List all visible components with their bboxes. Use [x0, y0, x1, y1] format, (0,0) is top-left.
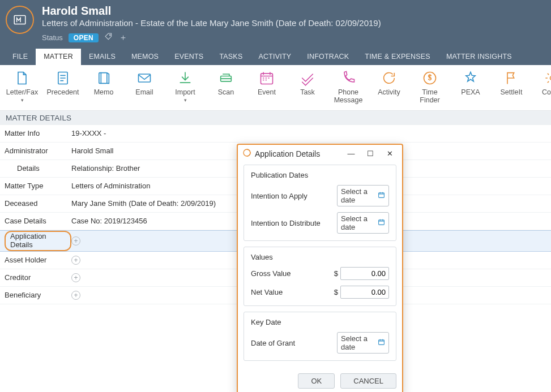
- tool-label: Activity: [378, 89, 400, 97]
- detail-value: 19-XXXX -: [71, 129, 106, 137]
- tool-scan[interactable]: Scan: [212, 70, 240, 105]
- notebook-icon: [95, 70, 112, 87]
- tab-matter-insights[interactable]: MATTER INSIGHTS: [438, 49, 520, 65]
- tool-memo[interactable]: Memo: [89, 70, 118, 105]
- tool-import[interactable]: Import▾: [171, 70, 199, 105]
- status-badge: OPEN: [69, 33, 99, 42]
- close-button[interactable]: ✕: [382, 149, 398, 158]
- group-values: Values Gross Value $ Net Value $: [244, 247, 396, 306]
- tab-activity[interactable]: ACTIVITY: [250, 49, 299, 65]
- tool-label: Memo: [94, 89, 114, 97]
- calendar-icon: [258, 70, 275, 87]
- doc-fold-icon: [14, 70, 31, 87]
- tool-label: Email: [135, 89, 153, 97]
- header-text: Harold Small Letters of Administration -…: [42, 5, 381, 43]
- app-header: Harold Small Letters of Administration -…: [0, 0, 551, 49]
- add-button[interactable]: +: [71, 291, 80, 300]
- calendar-icon: [378, 191, 385, 200]
- detail-label: Case Details: [5, 217, 71, 225]
- detail-label: Administrator: [5, 147, 71, 155]
- matter-subtitle: Letters of Administration - Estate of th…: [42, 18, 381, 28]
- ok-button[interactable]: OK: [298, 373, 335, 389]
- star-icon: [462, 70, 479, 87]
- tool-label: Import: [175, 89, 195, 97]
- label-date-of-grant: Date of Grant: [251, 339, 295, 347]
- add-button[interactable]: +: [71, 236, 80, 245]
- date-of-grant[interactable]: Select a date: [337, 332, 389, 354]
- svg-rect-6: [261, 74, 273, 84]
- group-key-date: Key Date Date of Grant Select a date: [244, 312, 396, 361]
- tool-pexa[interactable]: PEXA: [456, 70, 485, 105]
- tool-phone-message[interactable]: Phone Message: [334, 70, 362, 105]
- tab-emails[interactable]: EMAILS: [81, 49, 123, 65]
- date-intention-apply[interactable]: Select a date: [337, 185, 389, 206]
- svg-rect-0: [14, 15, 25, 24]
- download-icon: [177, 70, 194, 87]
- dialog-app-icon: [242, 148, 251, 159]
- tab-infotrack[interactable]: INFOTRACK: [299, 49, 357, 65]
- tab-file[interactable]: FILE: [5, 49, 36, 65]
- scanner-icon: [217, 70, 234, 87]
- label-intention-apply: Intention to Apply: [251, 192, 307, 200]
- matter-logo-icon: [6, 6, 34, 34]
- detail-label: Beneficiary: [5, 291, 71, 299]
- label-intention-distribute: Intention to Distribute: [251, 219, 321, 227]
- calendar-icon: [378, 338, 385, 347]
- add-button[interactable]: +: [71, 273, 80, 282]
- tool-time-finder[interactable]: Time Finder: [416, 70, 444, 105]
- maximize-button[interactable]: ☐: [362, 149, 378, 158]
- group-publication-dates: Publication Dates Intention to Apply Sel…: [244, 165, 396, 241]
- tool-label: Phone Message: [334, 89, 363, 105]
- tab-memos[interactable]: MEMOS: [123, 49, 166, 65]
- tool-precedent[interactable]: Precedent: [49, 70, 77, 105]
- tool-label: Letter/Fax: [6, 89, 38, 97]
- detail-label: Details: [5, 164, 71, 173]
- cancel-button[interactable]: CANCEL: [340, 373, 396, 389]
- tabs: FILE MATTER EMAILS MEMOS EVENTS TASKS AC…: [0, 49, 551, 65]
- tool-config[interactable]: Config: [538, 70, 551, 105]
- detail-label: Creditor: [5, 273, 71, 282]
- flag-icon: [503, 70, 520, 87]
- detail-label: Application Details: [5, 231, 71, 251]
- add-button[interactable]: +: [71, 256, 80, 265]
- label-net-value: Net Value: [251, 288, 283, 296]
- dialog-title: Application Details: [255, 149, 320, 158]
- input-gross-value[interactable]: [340, 267, 389, 280]
- check-icon: [299, 70, 316, 87]
- tool-event[interactable]: Event: [253, 70, 281, 105]
- tool-activity[interactable]: Activity: [375, 70, 403, 105]
- phone-icon: [340, 70, 357, 87]
- application-details-dialog: Application Details — ☐ ✕ Publication Da…: [237, 144, 403, 392]
- detail-value: Letters of Administration: [71, 182, 150, 190]
- detail-row-matter-info: Matter Info19-XXXX -: [0, 125, 551, 143]
- input-net-value[interactable]: [340, 286, 389, 299]
- tag-icon[interactable]: [104, 32, 113, 43]
- add-tag-icon[interactable]: ＋: [119, 32, 127, 43]
- group-title-pub: Publication Dates: [251, 171, 389, 179]
- tab-tasks[interactable]: TASKS: [211, 49, 250, 65]
- svg-point-1: [110, 35, 111, 36]
- tool-task[interactable]: Task: [293, 70, 322, 105]
- tool-label: SettleIt: [501, 89, 523, 97]
- status-label: Status: [42, 33, 63, 42]
- doc-lines-icon: [54, 70, 71, 87]
- tab-time-expenses[interactable]: TIME & EXPENSES: [357, 49, 438, 65]
- group-title-key-date: Key Date: [251, 318, 389, 326]
- currency-symbol: $: [334, 288, 338, 296]
- minimize-button[interactable]: —: [343, 149, 359, 158]
- tool-label: Task: [300, 89, 315, 97]
- tab-matter[interactable]: MATTER: [36, 49, 81, 65]
- tool-settleit[interactable]: SettleIt: [497, 70, 526, 105]
- svg-rect-11: [379, 220, 385, 225]
- date-intention-distribute[interactable]: Select a date: [337, 212, 389, 234]
- tab-events[interactable]: EVENTS: [166, 49, 211, 65]
- dialog-titlebar: Application Details — ☐ ✕: [238, 145, 402, 162]
- detail-label: Deceased: [5, 199, 71, 208]
- clock-dollar-icon: [421, 70, 438, 87]
- tool-email[interactable]: Email: [130, 70, 159, 105]
- toolbar: Letter/Fax▾PrecedentMemoEmailImport▾Scan…: [0, 65, 551, 111]
- person-name: Harold Small: [42, 5, 381, 18]
- detail-label: Matter Info: [5, 129, 71, 137]
- tool-letter-fax[interactable]: Letter/Fax▾: [8, 70, 36, 105]
- tool-label: Config: [542, 89, 551, 97]
